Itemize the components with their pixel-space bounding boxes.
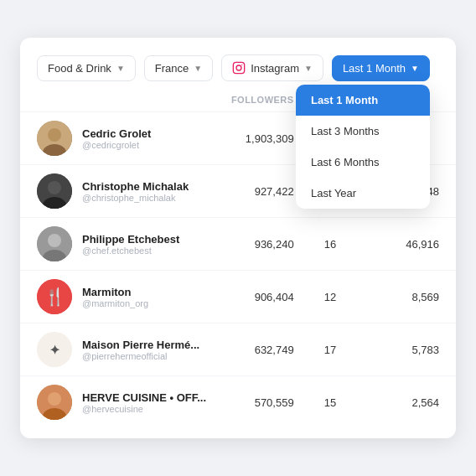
user-cell: Christophe Michalak @christophe_michalak — [37, 173, 221, 209]
user-handle: @hervecuisine — [82, 404, 206, 414]
period-option-year[interactable]: Last Year — [296, 178, 430, 209]
platform-filter[interactable]: Instagram ▼ — [221, 54, 323, 81]
followers-value: 927,422 — [221, 185, 294, 198]
platform-chevron-icon: ▼ — [304, 64, 313, 73]
user-info: Philippe Etchebest @chef.etchebest — [82, 233, 179, 256]
table-row[interactable]: Philippe Etchebest @chef.etchebest 936,2… — [20, 217, 456, 270]
svg-text:🍴: 🍴 — [44, 287, 65, 307]
period-dropdown-menu: Last 1 Month Last 3 Months Last 6 Months… — [296, 85, 430, 209]
user-name: Maison Pierre Hermé... — [82, 339, 199, 351]
engagement-value: 8,569 — [366, 291, 439, 303]
table-row[interactable]: 🍴 Marmiton @marmiton_org 906,404 12 8,56… — [20, 270, 456, 323]
avatar — [37, 226, 72, 261]
period-dropdown-wrapper: Last 1 Month ▼ Last 1 Month Last 3 Month… — [332, 55, 430, 81]
user-cell: Cedric Grolet @cedricgrolet — [37, 121, 221, 156]
user-name: HERVE CUISINE • OFF... — [82, 391, 206, 404]
user-info: Marmiton @marmiton_org — [82, 286, 148, 308]
svg-point-2 — [241, 65, 242, 65]
user-name: Marmiton — [82, 286, 148, 298]
user-handle: @christophe_michalak — [82, 193, 189, 203]
svg-text:✦: ✦ — [49, 343, 60, 357]
engagement-value: 2,564 — [366, 396, 439, 409]
user-info: Cedric Grolet @cedricgrolet — [82, 127, 151, 150]
followers-value: 570,559 — [221, 396, 294, 409]
svg-rect-0 — [233, 62, 244, 73]
followers-value: 906,404 — [221, 291, 294, 303]
followers-value: 1,903,309 — [221, 132, 294, 145]
period-label: Last 1 Month — [343, 62, 406, 75]
svg-point-17 — [48, 392, 61, 406]
svg-point-7 — [48, 181, 61, 194]
category-label: Food & Drink — [48, 62, 111, 75]
svg-point-1 — [236, 65, 241, 70]
user-handle: @cedricgrolet — [82, 140, 151, 150]
period-chevron-icon: ▼ — [411, 64, 419, 73]
country-filter[interactable]: France ▼ — [144, 55, 213, 81]
category-chevron-icon: ▼ — [116, 64, 125, 73]
country-chevron-icon: ▼ — [194, 64, 202, 73]
col-user — [37, 95, 221, 105]
engagement-value: 46,916 — [366, 238, 439, 251]
user-cell: HERVE CUISINE • OFF... @hervecuisine — [37, 385, 221, 420]
platform-label: Instagram — [251, 62, 299, 75]
period-option-1month[interactable]: Last 1 Month — [296, 85, 430, 116]
table-row[interactable]: HERVE CUISINE • OFF... @hervecuisine 570… — [20, 375, 456, 428]
user-name: Christophe Michalak — [82, 180, 189, 193]
main-card: Food & Drink ▼ France ▼ Instagram — [20, 38, 456, 438]
country-label: France — [155, 62, 189, 75]
user-info: Christophe Michalak @christophe_michalak — [82, 180, 189, 203]
avatar — [37, 385, 72, 420]
followers-value: 936,240 — [221, 238, 294, 251]
user-cell: ✦ Maison Pierre Hermé... @pierrehermeoff… — [37, 332, 221, 367]
avatar — [37, 173, 72, 209]
category-filter[interactable]: Food & Drink ▼ — [37, 55, 136, 81]
user-name: Philippe Etchebest — [82, 233, 179, 246]
svg-point-4 — [48, 128, 61, 142]
user-info: HERVE CUISINE • OFF... @hervecuisine — [82, 391, 206, 414]
table-row[interactable]: ✦ Maison Pierre Hermé... @pierrehermeoff… — [20, 323, 456, 375]
filter-bar: Food & Drink ▼ France ▼ Instagram — [20, 54, 456, 95]
svg-point-10 — [48, 234, 61, 247]
avatar: 🍴 — [37, 279, 72, 314]
period-option-6months[interactable]: Last 6 Months — [296, 147, 430, 178]
user-cell: Philippe Etchebest @chef.etchebest — [37, 226, 221, 261]
content-value: 16 — [294, 238, 367, 251]
user-handle: @pierrehermeofficial — [82, 351, 199, 361]
instagram-icon — [232, 61, 246, 75]
followers-value: 632,749 — [221, 344, 294, 356]
avatar: ✦ — [37, 332, 72, 367]
content-value: 15 — [294, 396, 367, 409]
avatar — [37, 121, 72, 156]
period-filter[interactable]: Last 1 Month ▼ — [332, 55, 430, 81]
user-name: Cedric Grolet — [82, 127, 151, 140]
user-handle: @chef.etchebest — [82, 246, 179, 256]
content-value: 17 — [294, 344, 367, 356]
content-value: 12 — [294, 291, 367, 303]
user-cell: 🍴 Marmiton @marmiton_org — [37, 279, 221, 314]
user-handle: @marmiton_org — [82, 298, 148, 308]
engagement-value: 5,783 — [366, 344, 439, 356]
col-followers-header: FOLLOWERS — [221, 95, 294, 105]
period-option-3months[interactable]: Last 3 Months — [296, 116, 430, 147]
user-info: Maison Pierre Hermé... @pierrehermeoffic… — [82, 339, 199, 361]
